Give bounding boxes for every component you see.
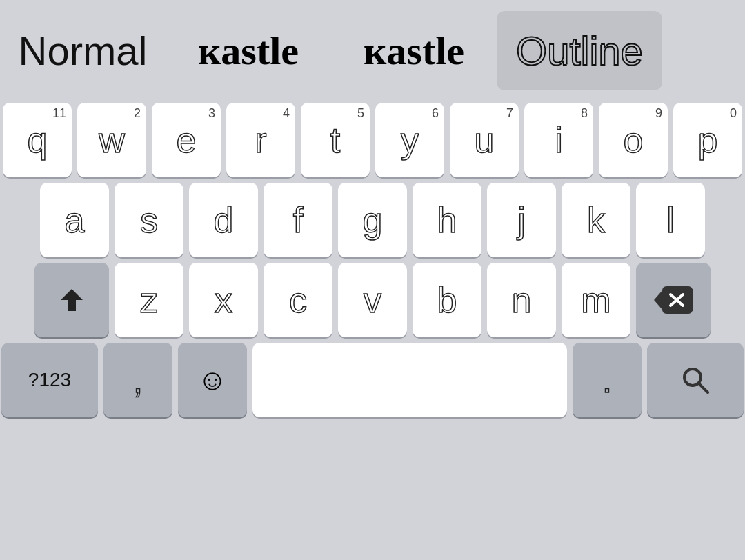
key-s-label: s [140, 202, 158, 238]
key-b-label: b [437, 282, 457, 318]
key-num-toggle[interactable]: ?123 [1, 343, 98, 417]
key-u[interactable]: 7 u [450, 103, 519, 177]
shift-icon [57, 285, 87, 315]
key-row-2: a s d f g h j k l [1, 183, 744, 257]
key-k-label: k [587, 202, 605, 238]
key-row-3: z x c v b n m [1, 263, 744, 337]
key-y[interactable]: 6 y [375, 103, 444, 177]
key-f[interactable]: f [264, 183, 332, 257]
key-r-label: r [255, 122, 266, 158]
font-tab-castle1[interactable]: кastle [166, 11, 331, 90]
key-x-label: x [215, 282, 232, 318]
key-row-bottom: ?123 , ☺ . [1, 343, 744, 417]
key-t[interactable]: 5 t [301, 103, 370, 177]
key-d-label: d [214, 202, 234, 238]
key-s[interactable]: s [115, 183, 183, 257]
key-l-label: l [666, 202, 675, 238]
shift-key[interactable] [34, 263, 109, 337]
svg-line-4 [699, 383, 708, 392]
key-g[interactable]: g [338, 183, 407, 257]
delete-key[interactable] [636, 263, 711, 337]
key-q[interactable]: 1 q [3, 103, 72, 177]
key-h[interactable]: h [413, 183, 481, 257]
key-i-label: i [555, 122, 563, 158]
delete-icon [654, 286, 693, 314]
key-g-label: g [363, 202, 383, 238]
key-f-label: f [293, 202, 303, 238]
key-q-number: 1 [52, 106, 66, 121]
key-comma[interactable]: , [103, 343, 172, 417]
font-tab-castle1-label: кastle [198, 28, 299, 74]
key-e-number: 3 [208, 106, 215, 121]
key-p[interactable]: 0 p [673, 103, 742, 177]
key-z-label: z [140, 282, 158, 318]
key-c-label: c [289, 282, 307, 318]
key-m[interactable]: m [562, 263, 630, 337]
key-n[interactable]: n [487, 263, 556, 337]
key-b[interactable]: b [413, 263, 481, 337]
key-emoji[interactable]: ☺ [178, 343, 247, 417]
key-c[interactable]: c [264, 263, 332, 337]
key-h-label: h [437, 202, 457, 238]
key-e[interactable]: 3 e [152, 103, 221, 177]
key-o-label: o [624, 122, 644, 158]
key-y-label: y [401, 122, 419, 158]
key-a[interactable]: a [40, 183, 109, 257]
key-comma-label: , [133, 362, 143, 398]
key-dot[interactable]: . [573, 343, 642, 417]
key-k[interactable]: k [562, 183, 630, 257]
key-r-number: 4 [283, 106, 290, 121]
key-num-label: ?123 [28, 370, 71, 390]
key-w-label: w [99, 122, 125, 158]
key-row-1: 1 q 2 w 3 e 4 r 5 t 6 y 7 u 8 i [1, 103, 744, 177]
key-p-label: p [698, 122, 718, 158]
font-tab-normal-label: Normal [19, 28, 148, 74]
key-j-label: j [517, 202, 526, 238]
key-d[interactable]: d [189, 183, 258, 257]
key-i-number: 8 [581, 106, 588, 121]
key-j[interactable]: j [487, 183, 556, 257]
key-search[interactable] [647, 343, 744, 417]
font-tab-castle2[interactable]: кastle [331, 11, 497, 90]
key-space[interactable] [252, 343, 567, 417]
key-v[interactable]: v [338, 263, 407, 337]
key-dot-label: . [602, 362, 612, 398]
key-u-number: 7 [506, 106, 513, 121]
key-u-label: u [475, 122, 495, 158]
font-tab-outline[interactable]: Outline [497, 11, 662, 90]
emoji-icon: ☺ [198, 363, 228, 397]
key-w-number: 2 [134, 106, 141, 121]
key-x[interactable]: x [189, 263, 258, 337]
key-v-label: v [364, 282, 381, 318]
key-m-label: m [581, 282, 610, 318]
key-y-number: 6 [432, 106, 439, 121]
key-l[interactable]: l [636, 183, 705, 257]
key-w[interactable]: 2 w [77, 103, 146, 177]
keyboard: 1 q 2 w 3 e 4 r 5 t 6 y 7 u 8 i [0, 100, 745, 427]
key-o-number: 9 [655, 106, 662, 121]
key-p-number: 0 [730, 106, 737, 121]
key-e-label: e [177, 122, 197, 158]
font-tab-outline-label: Outline [516, 28, 643, 74]
key-t-label: t [330, 122, 340, 158]
search-icon [680, 365, 711, 395]
font-tab-bar: Normal кastle кastle Outline [0, 0, 745, 100]
key-i[interactable]: 8 i [524, 103, 593, 177]
font-tab-castle2-label: кastle [364, 28, 464, 74]
key-t-number: 5 [357, 106, 364, 121]
key-z[interactable]: z [115, 263, 183, 337]
key-r[interactable]: 4 r [226, 103, 295, 177]
key-n-label: n [512, 282, 532, 318]
font-tab-normal[interactable]: Normal [0, 11, 166, 90]
key-q-label: q [28, 122, 48, 158]
key-o[interactable]: 9 o [599, 103, 668, 177]
key-a-label: a [65, 202, 85, 238]
